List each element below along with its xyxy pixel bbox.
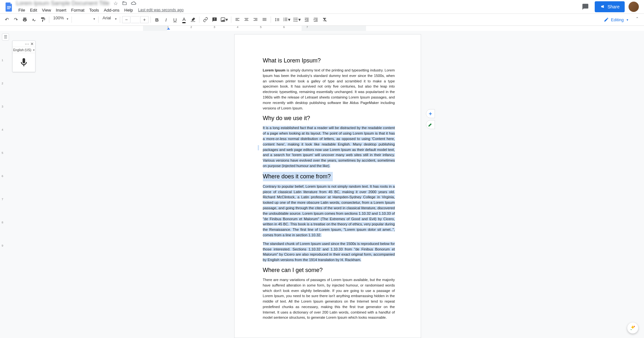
bold-button[interactable]: B bbox=[153, 15, 161, 24]
svg-rect-11 bbox=[254, 18, 257, 18]
spellcheck-button[interactable] bbox=[30, 15, 38, 24]
vertical-ruler[interactable]: 123 456 789 bbox=[1, 31, 5, 338]
underline-button[interactable]: U bbox=[171, 15, 179, 24]
explore-button[interactable] bbox=[627, 323, 638, 333]
font-size-increase[interactable]: + bbox=[140, 16, 149, 23]
bulleted-list-button[interactable]: ▾ bbox=[292, 15, 302, 24]
numbered-list-button[interactable]: 123▾ bbox=[282, 15, 292, 24]
move-icon[interactable] bbox=[122, 0, 128, 6]
add-comment-side-button[interactable]: ＋ bbox=[426, 109, 435, 118]
svg-point-39 bbox=[631, 329, 632, 330]
menu-insert[interactable]: Insert bbox=[53, 7, 69, 14]
font-select[interactable]: Arial bbox=[101, 15, 118, 24]
font-size-field[interactable] bbox=[131, 16, 139, 23]
svg-rect-1 bbox=[7, 7, 11, 8]
suggest-edits-side-button[interactable] bbox=[426, 120, 435, 129]
paragraph-4[interactable]: There are many variations of passages of… bbox=[263, 277, 395, 320]
share-button[interactable]: Share bbox=[595, 1, 625, 12]
document-title[interactable]: Lorem Ipsum Sample Document Title bbox=[16, 0, 110, 7]
menu-file[interactable]: File bbox=[16, 7, 27, 14]
paragraph-3b[interactable]: The standard chunk of Lorem Ipsum used s… bbox=[263, 241, 395, 263]
paragraph-1[interactable]: Lorem Ipsum is simply dummy text of the … bbox=[263, 68, 395, 111]
svg-text:3: 3 bbox=[284, 20, 284, 22]
undo-button[interactable]: ↶ bbox=[3, 15, 11, 24]
svg-rect-0 bbox=[7, 6, 11, 7]
workspace: ☰ 123 456 789 ⋯ ✕ English (US) What is L… bbox=[0, 31, 644, 338]
insert-link-button[interactable] bbox=[201, 15, 210, 24]
voice-close-icon[interactable]: ✕ bbox=[30, 42, 34, 46]
menu-edit[interactable]: Edit bbox=[28, 7, 39, 14]
menu-help[interactable]: Help bbox=[122, 7, 135, 14]
share-label: Share bbox=[608, 4, 620, 9]
user-avatar[interactable] bbox=[629, 2, 639, 12]
editing-mode-label: Editing bbox=[611, 17, 624, 22]
svg-point-23 bbox=[294, 18, 295, 19]
svg-point-38 bbox=[634, 326, 635, 327]
svg-rect-32 bbox=[305, 21, 309, 22]
heading-2[interactable]: Why do we use it? bbox=[263, 114, 395, 123]
comments-button[interactable] bbox=[580, 1, 591, 12]
paragraph-2[interactable]: It is a long established fact that a rea… bbox=[263, 125, 395, 168]
paragraph-3a[interactable]: Contrary to popular belief, Lorem Ipsum … bbox=[263, 184, 395, 238]
svg-rect-36 bbox=[314, 21, 318, 22]
align-center-button[interactable] bbox=[242, 15, 251, 24]
cloud-status-icon[interactable] bbox=[131, 0, 137, 6]
voice-typing-panel: ⋯ ✕ English (US) bbox=[12, 41, 35, 72]
docs-logo-icon[interactable] bbox=[3, 0, 15, 13]
insert-image-button[interactable]: ▾ bbox=[219, 15, 229, 24]
align-justify-button[interactable] bbox=[260, 15, 269, 24]
last-edit-link[interactable]: Last edit was seconds ago bbox=[138, 8, 184, 12]
menu-tools[interactable]: Tools bbox=[87, 7, 101, 14]
svg-rect-7 bbox=[235, 20, 239, 21]
insert-comment-button[interactable] bbox=[210, 15, 219, 24]
line-spacing-button[interactable] bbox=[273, 15, 281, 24]
collapse-toolbar-button[interactable]: ˆ bbox=[633, 15, 641, 24]
heading-4[interactable]: Where can I get some? bbox=[263, 266, 395, 275]
svg-rect-15 bbox=[263, 19, 266, 20]
svg-rect-6 bbox=[235, 19, 238, 20]
svg-rect-28 bbox=[295, 21, 298, 21]
clear-format-button[interactable] bbox=[321, 15, 329, 24]
svg-rect-5 bbox=[235, 18, 239, 18]
redo-button[interactable]: ↷ bbox=[12, 15, 20, 24]
zoom-select[interactable]: 100% bbox=[51, 15, 70, 24]
svg-rect-12 bbox=[255, 19, 257, 20]
svg-rect-24 bbox=[295, 18, 298, 18]
font-size-decrease[interactable]: − bbox=[122, 16, 130, 23]
voice-mic-button[interactable] bbox=[13, 53, 35, 72]
menu-format[interactable]: Format bbox=[69, 7, 87, 14]
svg-point-25 bbox=[294, 19, 295, 20]
svg-rect-30 bbox=[306, 19, 309, 19]
menu-view[interactable]: View bbox=[40, 7, 53, 14]
document-page[interactable]: What is Lorem Ipsum? Lorem Ipsum is simp… bbox=[234, 34, 421, 338]
voice-language-select[interactable]: English (US) bbox=[13, 47, 35, 53]
menu-addons[interactable]: Add-ons bbox=[101, 7, 121, 14]
svg-rect-26 bbox=[295, 19, 298, 20]
svg-point-27 bbox=[294, 21, 295, 22]
document-canvas[interactable]: What is Lorem Ipsum? Lorem Ipsum is simp… bbox=[11, 31, 644, 338]
heading-3[interactable]: Where does it come from? bbox=[263, 172, 333, 181]
heading-1[interactable]: What is Lorem Ipsum? bbox=[263, 56, 395, 65]
align-right-button[interactable] bbox=[251, 15, 260, 24]
italic-button[interactable]: I bbox=[162, 15, 170, 24]
horizontal-ruler[interactable] bbox=[11, 26, 638, 31]
print-button[interactable] bbox=[21, 15, 29, 24]
voice-menu-icon[interactable]: ⋯ bbox=[25, 42, 29, 46]
style-select[interactable] bbox=[74, 15, 96, 24]
svg-rect-34 bbox=[315, 19, 318, 19]
svg-rect-2 bbox=[7, 8, 10, 9]
menu-bar: File Edit View Insert Format Tools Add-o… bbox=[16, 6, 580, 14]
svg-rect-33 bbox=[314, 18, 318, 18]
plus-icon: ＋ bbox=[428, 110, 433, 117]
highlight-color-button[interactable] bbox=[189, 15, 197, 24]
text-color-button[interactable]: A bbox=[180, 15, 188, 24]
align-left-button[interactable] bbox=[233, 15, 242, 24]
selection-cursor-icon bbox=[258, 145, 259, 150]
decrease-indent-button[interactable] bbox=[303, 15, 311, 24]
paint-format-button[interactable] bbox=[39, 15, 47, 24]
increase-indent-button[interactable] bbox=[312, 15, 320, 24]
editing-mode-select[interactable]: Editing bbox=[601, 16, 630, 23]
svg-rect-35 bbox=[315, 20, 318, 20]
star-icon[interactable]: ☆ bbox=[113, 0, 119, 6]
svg-rect-13 bbox=[254, 20, 257, 21]
